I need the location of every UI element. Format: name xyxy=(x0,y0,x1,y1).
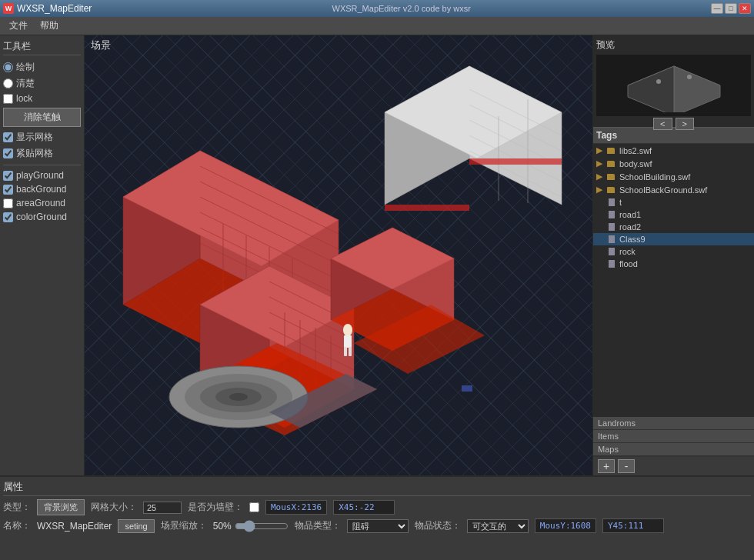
scene-title: 场景 xyxy=(91,38,111,52)
tree-item-9[interactable]: flood xyxy=(593,258,754,270)
grid-size-label: 网格大小： xyxy=(91,501,137,514)
tags-area: Tags ▶libs2.swf▶body.swf▶SchoolBuilding.… xyxy=(593,128,754,417)
clear-radio[interactable]: 清楚 xyxy=(3,76,81,91)
erase-button[interactable]: 消除笔触 xyxy=(3,108,81,127)
draw-radio[interactable]: 绘制 xyxy=(3,60,81,75)
item-type-select[interactable]: 阻碍 xyxy=(347,519,409,533)
tree-item-0[interactable]: ▶libs2.swf xyxy=(593,144,754,157)
svg-rect-11 xyxy=(385,205,469,211)
preview-prev-button[interactable]: < xyxy=(653,118,672,130)
scale-label: 场景缩放： xyxy=(161,519,207,532)
x45-display: X45:-22 xyxy=(333,500,395,515)
sticky-grid-check[interactable]: 紧贴网格 xyxy=(3,146,81,161)
grid-size-input[interactable] xyxy=(143,502,182,514)
dark-marker xyxy=(462,385,472,392)
tree-item-7[interactable]: Class9 xyxy=(593,233,754,245)
svg-point-55 xyxy=(687,75,692,79)
props-row-2: 名称： WXSR_MapEditer seting 场景缩放： 50% 物品类型… xyxy=(3,518,751,533)
app-title: WXSR_MapEditer xyxy=(17,3,92,14)
mous-x-display: MousX:2136 xyxy=(265,500,327,515)
tree-item-2[interactable]: ▶SchoolBuilding.swf xyxy=(593,170,754,183)
main-content: 工具栏 绘制 清楚 lock 消除笔触 显示网格 紧贴网格 playGround xyxy=(0,35,754,475)
svg-point-50 xyxy=(229,393,248,401)
minimize-button[interactable]: — xyxy=(711,3,723,14)
preview-title: 预览 xyxy=(596,38,751,52)
window-controls: — □ ✕ xyxy=(711,3,751,14)
item-status-label: 物品状态： xyxy=(415,519,461,532)
remove-button[interactable]: - xyxy=(618,459,635,473)
tree-item-6[interactable]: road2 xyxy=(593,221,754,233)
properties-title: 属性 xyxy=(3,480,751,496)
scale-slider[interactable] xyxy=(235,520,289,532)
layer-background[interactable]: backGround xyxy=(3,183,81,195)
maps-label: Maps xyxy=(593,443,754,456)
setting-button[interactable]: seting xyxy=(118,519,154,533)
properties-bar: 属性 类型： 背景浏览 网格大小： 是否为墙壁： MousX:2136 X45:… xyxy=(0,475,754,560)
item-type-label: 物品类型： xyxy=(295,519,341,532)
title-bar: W WXSR_MapEditer WXSR_MapEditer v2.0 cod… xyxy=(0,0,754,17)
preview-area: 预览 < > xyxy=(593,35,754,128)
preview-canvas xyxy=(596,55,751,116)
close-button[interactable]: ✕ xyxy=(739,3,751,14)
tags-title: Tags xyxy=(593,128,754,144)
tree-container[interactable]: ▶libs2.swf▶body.swf▶SchoolBuilding.swf▶S… xyxy=(593,144,754,417)
landroms-label: Landroms xyxy=(593,417,754,430)
scene-viewport[interactable]: 场景 xyxy=(85,35,592,475)
svg-rect-45 xyxy=(349,347,352,356)
add-remove-row: + - xyxy=(593,456,754,475)
right-panel: 预览 < > Tags ▶libs xyxy=(592,35,754,475)
svg-marker-52 xyxy=(674,66,720,112)
menu-file[interactable]: 文件 xyxy=(3,18,34,34)
tree-item-5[interactable]: road1 xyxy=(593,208,754,221)
preview-nav: < > xyxy=(596,118,751,130)
iso-grid-background xyxy=(85,35,592,475)
svg-marker-53 xyxy=(628,66,674,112)
scale-value: 50% xyxy=(213,521,232,532)
tree-item-3[interactable]: ▶SchoolBackGround.swf xyxy=(593,183,754,196)
mous-y-display: MousY:1608 xyxy=(535,518,596,533)
show-grid-check[interactable]: 显示网格 xyxy=(3,130,81,145)
lock-check[interactable]: lock xyxy=(3,92,81,105)
tree-item-8[interactable]: rock xyxy=(593,245,754,258)
items-label: Items xyxy=(593,430,754,443)
bg-browse-button[interactable]: 背景浏览 xyxy=(37,499,85,515)
app-icon: W xyxy=(3,3,14,14)
preview-svg xyxy=(612,58,736,112)
svg-rect-44 xyxy=(344,347,347,356)
version-info: WXSR_MapEditer v2.0 code by wxsr xyxy=(332,4,471,13)
scene-svg xyxy=(85,35,592,475)
toolbar-title: 工具栏 xyxy=(3,38,81,55)
bottom-panels: Landroms Items Maps + - xyxy=(593,417,754,475)
name-value: WXSR_MapEditer xyxy=(37,521,112,532)
props-row-1: 类型： 背景浏览 网格大小： 是否为墙壁： MousX:2136 X45:-22 xyxy=(3,499,751,515)
maximize-button[interactable]: □ xyxy=(725,3,737,14)
svg-point-54 xyxy=(656,79,661,84)
tree-item-1[interactable]: ▶body.swf xyxy=(593,157,754,170)
type-label: 类型： xyxy=(3,501,31,514)
is-wall-checkbox[interactable] xyxy=(249,502,259,512)
item-status-select[interactable]: 可交互的 xyxy=(467,519,529,533)
toolbar: 工具栏 绘制 清楚 lock 消除笔触 显示网格 紧贴网格 playGround xyxy=(0,35,85,475)
y45-display: Y45:111 xyxy=(602,518,664,533)
is-wall-label: 是否为墙壁： xyxy=(188,501,243,514)
svg-rect-10 xyxy=(469,158,562,165)
menu-bar: 文件 帮助 xyxy=(0,17,754,35)
preview-next-button[interactable]: > xyxy=(676,118,694,130)
layer-colorground[interactable]: colorGround xyxy=(3,211,81,223)
scale-slider-container: 50% xyxy=(213,520,289,532)
name-label: 名称： xyxy=(3,519,31,532)
svg-point-42 xyxy=(343,324,352,336)
layer-playground[interactable]: playGround xyxy=(3,169,81,182)
svg-rect-43 xyxy=(344,335,352,348)
add-button[interactable]: + xyxy=(598,459,615,473)
tree-item-4[interactable]: t xyxy=(593,196,754,208)
menu-help[interactable]: 帮助 xyxy=(34,18,65,34)
layer-areaground[interactable]: areaGround xyxy=(3,197,81,209)
